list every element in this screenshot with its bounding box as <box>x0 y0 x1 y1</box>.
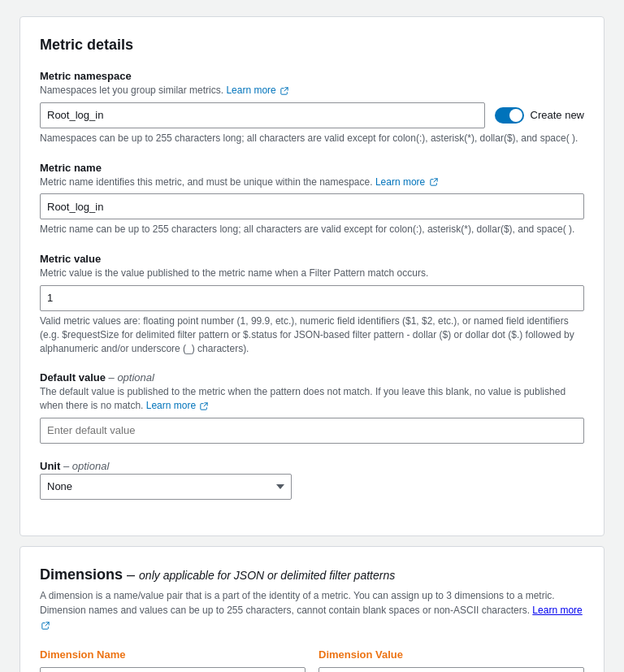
dimension-value-header: Dimension Value <box>318 648 584 661</box>
dimensions-card: Dimensions – only applicable for JSON or… <box>20 546 604 672</box>
dimensions-title: Dimensions – only applicable for JSON or… <box>40 566 584 583</box>
metric-value-label: Metric value <box>40 253 584 265</box>
namespace-input-row: Create new <box>40 102 584 128</box>
dimensions-description: A dimension is a name/value pair that is… <box>40 588 584 632</box>
create-new-label: Create new <box>531 109 584 121</box>
metric-value-input[interactable] <box>40 285 584 311</box>
default-value-description: The default value is published to the me… <box>40 385 584 413</box>
metric-value-description: Metric value is the value published to t… <box>40 267 584 280</box>
namespace-description: Namespaces let you group similar metrics… <box>40 84 584 98</box>
metric-name-label: Metric name <box>40 162 584 174</box>
namespace-group: Metric namespace Namespaces let you grou… <box>40 70 584 145</box>
metric-name-learn-more-link[interactable]: Learn more <box>375 176 438 188</box>
unit-select[interactable]: None Seconds Microseconds Milliseconds B… <box>40 474 292 500</box>
metric-value-hint: Valid metric values are: floating point … <box>40 314 584 355</box>
metric-name-hint: Metric name can be up to 255 characters … <box>40 223 584 236</box>
default-value-group: Default value – optional The default val… <box>40 371 584 444</box>
dimension-name-header: Dimension Name <box>40 648 306 661</box>
metric-details-title: Metric details <box>40 37 584 54</box>
unit-group: Unit – optional None Seconds Microsecond… <box>40 460 584 500</box>
dimension-columns: Dimension Name Dimension Value <box>40 648 584 672</box>
unit-label: Unit – optional <box>40 460 584 472</box>
namespace-label: Metric namespace <box>40 70 584 82</box>
create-new-toggle-container: Create new <box>495 107 584 124</box>
external-link-icon-4 <box>41 622 50 630</box>
create-new-toggle[interactable] <box>495 107 524 124</box>
namespace-learn-more-link[interactable]: Learn more <box>226 85 288 96</box>
dimension-name-input-1[interactable] <box>40 667 306 672</box>
dimension-value-input-1[interactable] <box>318 667 584 672</box>
default-value-learn-more-link[interactable]: Learn more <box>146 400 209 411</box>
metric-name-description: Metric name identifies this metric, and … <box>40 176 584 189</box>
dimension-value-inputs <box>318 667 584 672</box>
default-value-input[interactable] <box>40 418 584 444</box>
namespace-input[interactable] <box>40 102 485 128</box>
metric-details-card: Metric details Metric namespace Namespac… <box>20 16 604 536</box>
dimension-value-column: Dimension Value <box>318 648 584 672</box>
metric-value-group: Metric value Metric value is the value p… <box>40 253 584 355</box>
external-link-icon-3 <box>200 402 208 410</box>
namespace-hint: Namespaces can be up to 255 characters l… <box>40 132 584 145</box>
dimension-name-column: Dimension Name <box>40 648 306 672</box>
metric-name-group: Metric name Metric name identifies this … <box>40 162 584 237</box>
external-link-icon <box>280 87 288 95</box>
dimension-name-inputs <box>40 667 306 672</box>
metric-name-input[interactable] <box>40 193 584 219</box>
external-link-icon-2 <box>430 178 438 186</box>
default-value-label: Default value – optional <box>40 371 584 384</box>
